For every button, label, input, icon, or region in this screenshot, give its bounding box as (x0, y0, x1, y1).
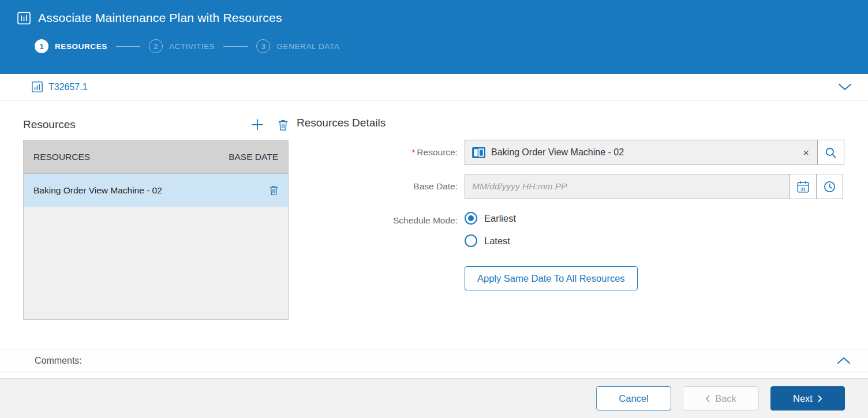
page-title: Associate Maintenance Plan with Resource… (38, 11, 282, 25)
required-asterisk: * (411, 147, 415, 157)
earliest-radio[interactable] (465, 212, 477, 225)
base-date-field-group: 31 (465, 174, 843, 199)
plan-id: T32657.1 (48, 82, 88, 92)
step-label: ACTIVITIES (169, 42, 215, 51)
resource-name: Baking Order View Machine - 02 (33, 185, 162, 196)
step-number: 2 (149, 39, 163, 53)
resources-toolbar (251, 118, 289, 131)
latest-option[interactable]: Latest (465, 234, 516, 247)
clock-icon (824, 181, 836, 193)
step-activities[interactable]: 2 ACTIVITIES (149, 39, 215, 53)
step-number: 3 (256, 39, 270, 53)
svg-text:31: 31 (800, 186, 806, 191)
step-resources[interactable]: 1 RESOURCES (35, 39, 107, 53)
schedule-mode-label: Schedule Mode: (297, 208, 465, 247)
associate-maintenance-plan-dialog: Associate Maintenance Plan with Resource… (0, 0, 868, 418)
resources-details-title: Resources Details (297, 117, 845, 129)
resource-form-row: *Resource: Baking Order View Machine - 0… (297, 140, 845, 165)
earliest-label: Earliest (484, 213, 516, 224)
step-label: RESOURCES (55, 42, 107, 51)
search-icon (825, 147, 837, 159)
latest-radio[interactable] (465, 234, 477, 247)
resources-table: RESOURCES BASE DATE Baking Order View Ma… (23, 140, 289, 320)
comments-bar[interactable]: Comments: (0, 349, 868, 372)
cancel-button[interactable]: Cancel (596, 386, 671, 410)
chevron-left-icon (705, 395, 710, 402)
resources-panel: Resources RESOURCES BASE DATE Baking Ord (23, 115, 289, 349)
step-label: GENERAL DATA (276, 42, 339, 51)
header: Associate Maintenance Plan with Resource… (0, 0, 868, 74)
resources-panel-header: Resources (23, 115, 289, 134)
step-connector (116, 46, 140, 47)
open-calendar-button[interactable]: 31 (790, 174, 817, 199)
next-button[interactable]: Next (770, 386, 845, 410)
footer: Cancel Back Next (0, 378, 868, 418)
collapse-comments-chevron-up-icon[interactable] (837, 357, 851, 364)
trash-icon (269, 185, 279, 196)
back-button[interactable]: Back (683, 386, 759, 410)
row-delete-button[interactable] (269, 185, 279, 196)
step-number: 1 (35, 39, 48, 53)
chevron-right-icon (818, 395, 822, 402)
apply-row: Apply Same Date To All Resources (297, 266, 845, 290)
resource-value: Baking Order View Machine - 02 (491, 147, 624, 158)
schedule-mode-form-row: Schedule Mode: Earliest Latest (297, 208, 845, 247)
title-row: Associate Maintenance Plan with Resource… (17, 11, 868, 25)
collapse-plan-chevron-down-icon[interactable] (838, 83, 852, 91)
resources-details-panel: Resources Details *Resource: Baking Orde… (289, 115, 845, 349)
delete-resource-button[interactable] (278, 119, 289, 131)
base-date-label: Base Date: (297, 174, 465, 199)
base-date-form-row: Base Date: 31 (297, 174, 845, 199)
base-date-field (465, 174, 790, 199)
plus-icon (251, 118, 264, 131)
base-date-input[interactable] (472, 181, 783, 192)
add-resource-button[interactable] (251, 118, 264, 131)
resource-field-group: Baking Order View Machine - 02 × (465, 140, 844, 165)
next-label: Next (793, 393, 813, 404)
search-resource-button[interactable] (817, 140, 844, 165)
resources-table-header: RESOURCES BASE DATE (24, 141, 288, 174)
comments-label: Comments: (35, 356, 82, 366)
plan-bar: T32657.1 (0, 74, 868, 100)
calendar-icon: 31 (797, 181, 809, 193)
latest-label: Latest (484, 236, 510, 247)
column-resources: RESOURCES (33, 152, 90, 162)
back-label: Back (715, 393, 736, 404)
resources-title: Resources (23, 118, 76, 131)
table-row[interactable]: Baking Order View Machine - 02 (24, 174, 288, 207)
earliest-option[interactable]: Earliest (465, 212, 516, 225)
step-connector (223, 46, 248, 47)
main-content: Resources RESOURCES BASE DATE Baking Ord (0, 100, 868, 349)
column-base-date: BASE DATE (229, 152, 278, 162)
plan-resource-icon (32, 81, 43, 92)
open-time-picker-button[interactable] (816, 174, 843, 199)
wizard-stepper: 1 RESOURCES 2 ACTIVITIES 3 GENERAL DATA (35, 39, 868, 53)
clear-resource-button[interactable]: × (802, 147, 810, 158)
maintenance-plan-icon (17, 12, 31, 25)
schedule-mode-options: Earliest Latest (465, 208, 516, 247)
apply-same-date-button[interactable]: Apply Same Date To All Resources (465, 266, 638, 290)
machine-icon (472, 147, 485, 158)
resource-label: *Resource: (297, 140, 465, 165)
resource-field[interactable]: Baking Order View Machine - 02 × (465, 140, 818, 165)
step-general-data[interactable]: 3 GENERAL DATA (256, 39, 339, 53)
trash-icon (278, 119, 289, 131)
